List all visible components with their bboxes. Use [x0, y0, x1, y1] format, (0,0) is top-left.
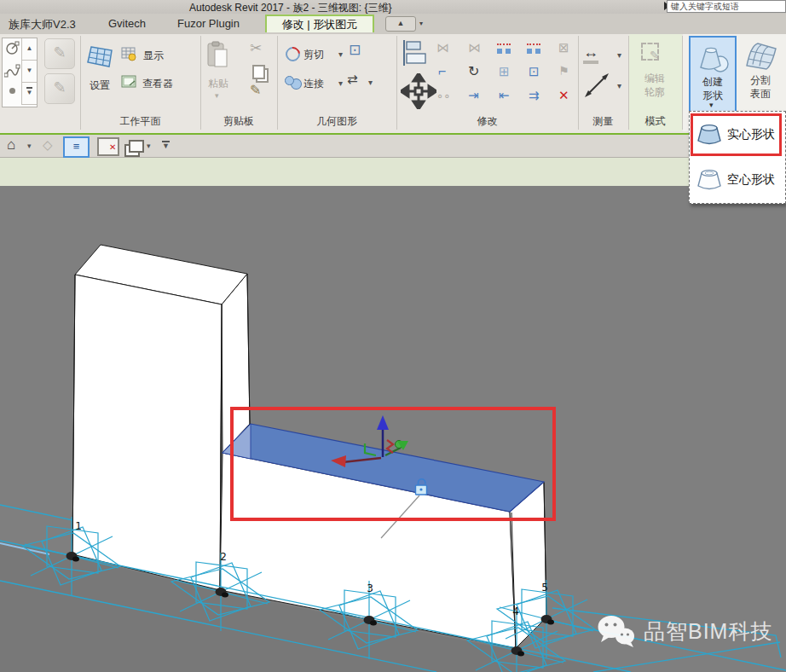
expand-gallery-icon: ▼	[26, 87, 33, 96]
panel-divider	[682, 36, 683, 130]
watermark-text: 品智BIM科技	[644, 617, 772, 646]
create-solid-draw-button: ✎	[44, 38, 75, 69]
create-form-dropdown-icon[interactable]: ▾	[709, 101, 714, 109]
paste-dropdown-icon: ▾	[215, 92, 219, 100]
help-search-input[interactable]: 键入关键字或短语	[667, 0, 786, 13]
divide-surface-button[interactable]: 分割 表面	[737, 36, 784, 109]
array-icon[interactable]: ⊞	[499, 65, 510, 78]
trim-extend-corner-icon[interactable]: ⇤	[499, 89, 510, 101]
wechat-icon	[597, 614, 636, 648]
align-icon[interactable]	[399, 39, 428, 67]
watermark: 品智BIM科技	[597, 614, 772, 648]
tab-modify-form-element[interactable]: 修改 | 形状图元	[265, 14, 374, 32]
split-element-icon[interactable]	[497, 43, 511, 55]
edit-profile-pencil-icon: ✎	[650, 49, 659, 61]
copy-to-clipboard-icon	[252, 65, 265, 79]
swap-dropdown-icon[interactable]: ▾	[368, 78, 373, 87]
collapse-toolbar-icon[interactable]: ▼	[162, 141, 170, 150]
tab-zuku-master[interactable]: 族库大师V2.3	[9, 17, 76, 32]
void-form-label: 空心形状	[727, 172, 775, 188]
join-dropdown-icon[interactable]: ▾	[338, 79, 343, 88]
edit-profile-label-1: 编辑	[633, 72, 677, 86]
gallery-scroll-up[interactable]: ▲	[21, 38, 37, 61]
close-x-icon: ✕	[109, 143, 116, 152]
up-arrow-icon: ▲	[26, 44, 33, 52]
void-form-icon	[696, 166, 723, 192]
unpin-icon: ⊠	[558, 41, 569, 54]
point-label-1: 1	[75, 520, 82, 532]
viewer-button[interactable]: 查看器	[136, 77, 179, 91]
view-toolbar: ⌂ ▾ ◇ ≡ ✕ ▾ ▼	[0, 135, 786, 158]
create-form-button[interactable]: 创建 形状 ▾	[689, 36, 737, 113]
geometry-panel-label: 几何图形	[277, 113, 396, 130]
split-with-gap-icon[interactable]	[527, 43, 540, 55]
radius-dimension-icon[interactable]	[5, 41, 20, 55]
show-work-plane-icon[interactable]	[121, 46, 138, 61]
cut-to-clipboard-icon: ✂	[250, 41, 262, 55]
swap-elements-icon[interactable]: ⇄	[347, 72, 358, 85]
measure-dropdown-icon[interactable]: ▾	[617, 51, 621, 60]
pencil-icon: ✎	[53, 44, 66, 61]
trim-extend-single-icon[interactable]: ⇥	[468, 89, 479, 101]
viewport-3d[interactable]: 1 2 3 4 5	[0, 186, 786, 672]
work-plane-panel-label: 工作平面	[80, 113, 200, 130]
show-work-plane-button[interactable]: 显示	[139, 49, 168, 63]
paste-icon	[206, 41, 230, 70]
home-dropdown-icon[interactable]: ▾	[27, 142, 32, 150]
gizmo-z-arrow[interactable]	[377, 415, 389, 430]
cut-geometry-button[interactable]: 剪切	[303, 48, 324, 62]
cut-geometry-icon[interactable]	[283, 44, 303, 65]
down-arrow-icon: ▼	[26, 67, 33, 74]
dimension-dropdown-icon[interactable]: ▾	[617, 82, 621, 90]
move-icon[interactable]	[401, 73, 436, 109]
annotation-red-rectangle-menu	[691, 113, 782, 156]
switch-windows-icon[interactable]	[129, 140, 144, 153]
modify-panel-label: 修改	[396, 113, 578, 130]
scene-3d[interactable]: 1 2 3 4 5	[0, 186, 786, 672]
measure-panel-label: 测量	[578, 113, 628, 130]
divide-surface-label-2: 表面	[737, 87, 784, 101]
tab-fuzor-plugin[interactable]: Fuzor Plugin	[177, 17, 240, 30]
ribbon-display-dropdown-icon[interactable]: ▾	[419, 20, 423, 27]
point-label-2: 2	[220, 551, 227, 563]
aligned-dimension-icon[interactable]	[583, 72, 610, 99]
clipboard-panel-label: 剪贴板	[200, 113, 277, 130]
point-label-3: 3	[367, 582, 373, 594]
mirror-pick-axis-icon: ⋈	[436, 41, 449, 54]
point-label-5: 5	[541, 582, 548, 594]
panel-up-icon: ▲	[397, 19, 405, 27]
gallery-expand[interactable]: ▼	[21, 83, 37, 105]
tab-gvitech[interactable]: Gvitech	[108, 17, 146, 30]
trim-extend-multiple-icon[interactable]: ⇉	[529, 89, 540, 101]
mode-panel-label: 模式	[628, 113, 682, 130]
switch-windows-dropdown-icon[interactable]: ▾	[147, 142, 151, 150]
cut-dropdown-icon[interactable]: ▾	[338, 50, 343, 59]
match-type-brush-icon[interactable]: ✎	[250, 84, 261, 97]
ribbon-display-toggle[interactable]: ▲	[385, 16, 416, 32]
menu-item-void-form[interactable]: 空心形状	[690, 157, 785, 201]
ribbon-tab-bar: 族库大师V2.3 Gvitech Fuzor Plugin 修改 | 形状图元 …	[0, 14, 786, 34]
create-form-icon	[697, 41, 730, 73]
draw-gallery: ▲ ▼ ▼	[2, 38, 38, 107]
title-bar: Autodesk Revit 2017 - 族2 - 三维视图: {三维} 键入…	[0, 0, 786, 14]
gallery-scroll-down[interactable]: ▼	[21, 61, 37, 83]
measure-between-refs-icon[interactable]: ↔	[583, 44, 598, 64]
join-geometry-icon[interactable]	[285, 76, 294, 85]
set-work-plane-button[interactable]: 设置	[84, 78, 116, 93]
show-hidden-box-icon[interactable]: ⊡	[349, 43, 361, 57]
viewer-icon[interactable]	[121, 74, 138, 90]
home-view-icon[interactable]: ⌂	[7, 137, 15, 152]
offset-icon[interactable]: ⌐	[438, 65, 446, 78]
demolish-icon: ∘∘	[436, 90, 450, 101]
scale-icon[interactable]: ⊡	[529, 65, 540, 78]
point-element-icon[interactable]	[9, 88, 15, 94]
set-work-plane-icon[interactable]	[85, 43, 114, 71]
delete-icon[interactable]: ✕	[558, 89, 569, 101]
join-geometry-button[interactable]: 连接	[303, 77, 324, 91]
point-label-4: 4	[512, 605, 519, 617]
pin-icon[interactable]: ⚑	[558, 65, 569, 77]
pencil-icon: ✎	[53, 79, 66, 96]
rotate-icon[interactable]: ↻	[468, 65, 479, 78]
visibility-graphics-button[interactable]: ≡	[63, 136, 90, 158]
spline-icon[interactable]	[4, 62, 20, 81]
